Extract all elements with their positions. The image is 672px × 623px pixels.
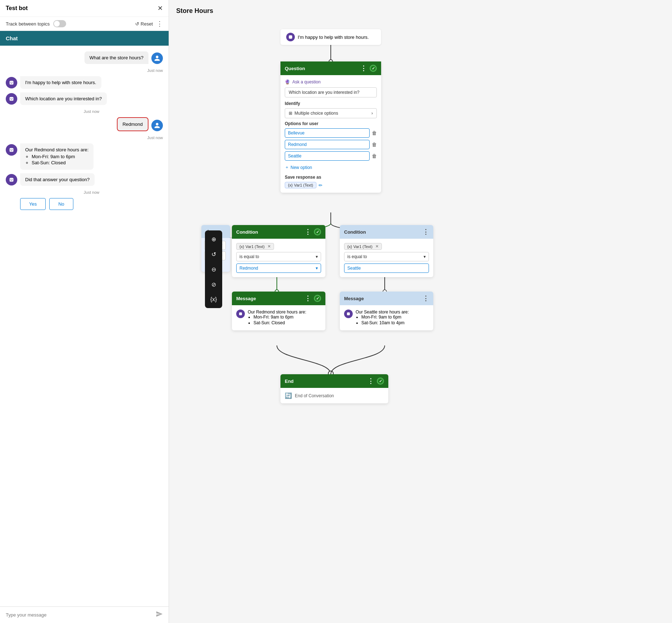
user-avatar [151, 52, 163, 64]
condition-1-operator-label: is equal to [239, 254, 259, 259]
timestamp-user-1: Just now [6, 68, 163, 73]
condition-2-value-label: Seattle [347, 266, 361, 271]
bot-avatar-1 [6, 77, 17, 88]
message-row-bot-4: Did that answer your question? [6, 173, 163, 186]
svg-point-8 [12, 149, 13, 150]
end-icon: 🔄 [285, 392, 292, 399]
svg-rect-3 [10, 97, 14, 101]
message-1-header: Message ⋮ ✓ [232, 292, 325, 305]
question-card: Question ⋮ ✓ 🔮 Ask a question Identify ⊞ [280, 61, 381, 193]
condition-2-more[interactable]: ⋮ [422, 228, 429, 236]
message-bubble-bot-2: Which location are you interested in? [20, 92, 107, 105]
flow-message-bubble: I'm happy to help with store hours. [280, 29, 381, 45]
more-options-button[interactable]: ⋮ [156, 20, 163, 28]
chat-header-label: Chat [6, 35, 18, 41]
message-1-title: Message [236, 296, 256, 301]
delete-option-1[interactable]: 🗑 [372, 130, 377, 136]
redmond-hours-title: Our Redmond store hours are: [25, 147, 88, 152]
option-input-2[interactable] [285, 140, 370, 149]
new-option-button[interactable]: ＋ New option [285, 163, 312, 172]
bot-avatar-2 [6, 93, 17, 105]
flow-bot-icon [286, 33, 295, 41]
delete-option-2[interactable]: 🗑 [372, 142, 377, 147]
message-2-title: Message [344, 296, 364, 301]
test-bot-header: Test bot ✕ [0, 0, 169, 17]
message-2-body: Our Seattle store hours are: Mon-Fri: 9a… [340, 305, 433, 330]
question-check: ✓ [370, 65, 377, 72]
variable-icon: {x} [210, 296, 217, 303]
svg-point-11 [12, 179, 13, 180]
timestamp-bot-2: Just now [20, 109, 163, 114]
message-2-more[interactable]: ⋮ [422, 294, 429, 302]
condition-1-value-chevron: ▾ [316, 266, 318, 271]
var-tag-icon-2: {x} [347, 244, 352, 249]
msg-2-bot-icon [344, 310, 353, 318]
svg-point-7 [10, 149, 11, 150]
condition-2-operator[interactable]: is equal to ▾ [344, 252, 429, 261]
svg-point-10 [10, 179, 11, 180]
reset-button[interactable]: ↺ Reset [135, 21, 153, 27]
save-response-row: {x} Var1 (Text) ✏ [285, 182, 377, 188]
yes-button[interactable]: Yes [20, 198, 46, 210]
variable-button[interactable]: {x} [206, 292, 221, 307]
condition-1-more[interactable]: ⋮ [305, 228, 311, 236]
end-card: End ⋮ ✓ 🔄 End of Conversation [280, 374, 388, 403]
condition-card-seattle: Condition ⋮ {x} Var1 (Text) ✕ is equal t… [340, 225, 433, 277]
condition-1-chevron: ▾ [316, 254, 318, 259]
delete-option-3[interactable]: 🗑 [372, 153, 377, 159]
zoom-in-icon: ⊕ [211, 236, 216, 243]
question-card-header: Question ⋮ ✓ [280, 61, 381, 75]
block-button[interactable]: ⊘ [206, 277, 221, 292]
question-card-body: 🔮 Ask a question Identify ⊞ Multiple cho… [280, 75, 381, 193]
condition-1-value[interactable]: Redmond ▾ [236, 264, 321, 273]
no-button[interactable]: No [49, 198, 73, 210]
edit-var-button[interactable]: ✏ [319, 183, 323, 188]
message-1-text-title: Our Redmond store hours are: [248, 310, 306, 315]
message-row-bot-2: Which location are you interested in? [6, 92, 163, 105]
reset-view-button[interactable]: ↺ [206, 247, 221, 261]
option-input-3[interactable] [285, 151, 370, 161]
condition-1-remove-var[interactable]: ✕ [268, 244, 271, 249]
condition-2-value[interactable]: Seattle [344, 264, 429, 273]
message-row-bot-3: Our Redmond store hours are: Mon-Fri: 9a… [6, 143, 163, 170]
message-row-bot-1: I'm happy to help with store hours. [6, 76, 163, 89]
track-row: Track between topics ↺ Reset ⋮ [0, 17, 169, 31]
option-row-1: 🗑 [285, 128, 377, 138]
identify-value: Multiple choice options [294, 111, 338, 116]
condition-2-remove-var[interactable]: ✕ [375, 244, 379, 249]
timestamp-bot-4: Just now [20, 190, 163, 194]
message-card-redmond: Message ⋮ ✓ Our Redmond store hours are:… [232, 292, 325, 330]
send-button[interactable] [156, 610, 163, 619]
bot-avatar-4 [6, 174, 17, 185]
message-bubble-bot-4: Did that answer your question? [20, 173, 95, 186]
condition-1-operator[interactable]: is equal to ▾ [236, 252, 321, 261]
identify-grid-icon: ⊞ [289, 111, 292, 116]
track-toggle[interactable] [53, 20, 66, 27]
zoom-out-button[interactable]: ⊖ [206, 262, 221, 276]
svg-rect-21 [289, 35, 292, 38]
option-input-1[interactable] [285, 128, 370, 138]
condition-2-title: Condition [344, 229, 366, 235]
message-bubble-bot-1: I'm happy to help with store hours. [20, 76, 101, 89]
svg-point-4 [10, 98, 11, 99]
options-label: Options for user [285, 121, 377, 126]
zoom-in-button[interactable]: ⊕ [206, 232, 221, 246]
condition-1-var-name: Var1 (Text) [246, 244, 265, 249]
new-option-label: New option [291, 165, 312, 170]
option-row-2: 🗑 [285, 140, 377, 149]
condition-2-chevron: ▾ [424, 254, 426, 259]
identify-row[interactable]: ⊞ Multiple choice options › [285, 108, 377, 118]
user-avatar-2 [151, 120, 163, 131]
condition-1-title: Condition [236, 229, 258, 235]
end-more[interactable]: ⋮ [367, 377, 374, 385]
condition-1-body: {x} Var1 (Text) ✕ is equal to ▾ Redmond … [232, 239, 325, 277]
message-1-more[interactable]: ⋮ [305, 294, 311, 302]
question-more-button[interactable]: ⋮ [360, 64, 367, 72]
redmond-hours-item-2: Sat-Sun: Closed [32, 160, 88, 165]
chat-input[interactable] [6, 612, 153, 618]
close-button[interactable]: ✕ [157, 4, 163, 12]
identify-label: Identify [285, 101, 377, 106]
flow-area: I'm happy to help with store hours. Ques… [176, 22, 665, 525]
message-1-content: Our Redmond store hours are: Mon-Fri: 9a… [236, 310, 321, 326]
question-input[interactable] [285, 87, 377, 97]
